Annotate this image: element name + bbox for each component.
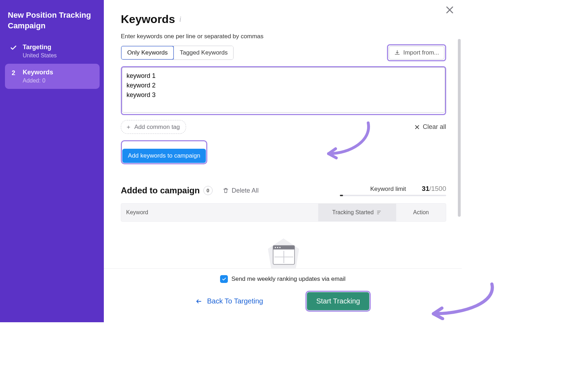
clear-all-button[interactable]: Clear all bbox=[414, 123, 446, 131]
sidebar-title: New Position Tracking Campaign bbox=[5, 10, 100, 39]
plus-icon: ＋ bbox=[125, 123, 131, 131]
delete-all-button[interactable]: Delete All bbox=[223, 187, 259, 194]
step-targeting[interactable]: Targeting United States bbox=[5, 39, 100, 64]
campaign-count-badge: 0 bbox=[203, 186, 213, 195]
svg-point-5 bbox=[279, 247, 281, 248]
step-number: 2 bbox=[12, 69, 15, 77]
import-button[interactable]: Import from... bbox=[389, 46, 444, 59]
svg-point-3 bbox=[275, 247, 276, 248]
tab-only-keywords[interactable]: Only Keywords bbox=[121, 46, 174, 60]
svg-rect-2 bbox=[273, 246, 295, 250]
step-sub: United States bbox=[23, 52, 57, 59]
campaign-title: Added to campaign 0 bbox=[121, 186, 213, 195]
footer-bar: Send me weekly ranking updates via email… bbox=[104, 268, 462, 322]
col-tracking-started[interactable]: Tracking Started bbox=[318, 204, 396, 221]
arrow-left-icon bbox=[195, 298, 203, 305]
add-common-tag-button[interactable]: ＋ Add common tag bbox=[121, 120, 186, 134]
keyword-mode-toggle: Only Keywords Tagged Keywords bbox=[121, 46, 234, 60]
start-tracking-button[interactable]: Start Tracking bbox=[307, 292, 369, 310]
tab-tagged-keywords[interactable]: Tagged Keywords bbox=[174, 46, 233, 59]
step-keywords[interactable]: 2 Keywords Added: 0 bbox=[5, 64, 100, 89]
download-icon bbox=[394, 50, 400, 56]
svg-point-4 bbox=[277, 247, 279, 248]
campaign-table-header: Keyword Tracking Started Action bbox=[121, 203, 446, 222]
instructions: Enter keywords one per line or separated… bbox=[121, 33, 446, 40]
page-title: Keywords i bbox=[121, 13, 446, 26]
keyword-limit: Keyword limit 31/1500 bbox=[340, 185, 446, 196]
col-action: Action bbox=[396, 204, 446, 221]
check-icon bbox=[9, 44, 18, 51]
add-keywords-button[interactable]: Add keywords to campaign bbox=[122, 149, 206, 163]
keywords-textarea[interactable] bbox=[122, 67, 445, 113]
trash-icon bbox=[223, 187, 229, 194]
back-to-targeting-link[interactable]: Back To Targeting bbox=[195, 297, 263, 305]
step-name: Keywords bbox=[23, 69, 53, 76]
close-button[interactable] bbox=[445, 5, 455, 15]
sort-icon bbox=[376, 210, 382, 215]
weekly-updates-checkbox[interactable] bbox=[220, 275, 228, 283]
step-name: Targeting bbox=[23, 44, 57, 51]
scrollbar[interactable] bbox=[458, 39, 461, 217]
sidebar: New Position Tracking Campaign Targeting… bbox=[0, 0, 104, 322]
col-keyword: Keyword bbox=[121, 204, 318, 221]
info-icon[interactable]: i bbox=[179, 15, 181, 23]
step-sub: Added: 0 bbox=[23, 78, 53, 84]
weekly-updates-label: Send me weekly ranking updates via email bbox=[231, 275, 346, 283]
close-icon bbox=[414, 124, 420, 130]
